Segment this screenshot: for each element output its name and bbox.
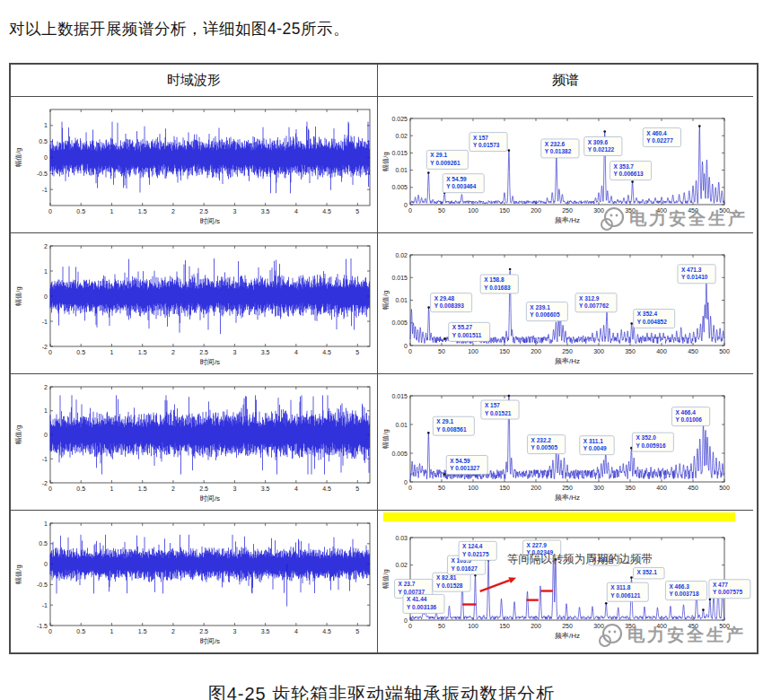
svg-text:0.02: 0.02 bbox=[395, 252, 408, 258]
svg-text:Y 0.02122: Y 0.02122 bbox=[588, 146, 615, 153]
svg-text:400: 400 bbox=[656, 348, 667, 354]
svg-text:X 466.4: X 466.4 bbox=[675, 409, 696, 416]
svg-text:Y 0.009261: Y 0.009261 bbox=[430, 160, 460, 166]
svg-text:Y 0.01627: Y 0.01627 bbox=[451, 565, 478, 572]
svg-text:5: 5 bbox=[355, 628, 359, 634]
svg-text:50: 50 bbox=[438, 485, 445, 491]
svg-text:0.01: 0.01 bbox=[395, 422, 408, 428]
svg-text:-2: -2 bbox=[42, 480, 48, 486]
svg-text:5: 5 bbox=[355, 486, 359, 492]
svg-text:-1.5: -1.5 bbox=[37, 623, 48, 629]
svg-text:1: 1 bbox=[110, 349, 114, 355]
svg-text:X 29.1: X 29.1 bbox=[436, 418, 453, 424]
svg-text:4.5: 4.5 bbox=[322, 486, 331, 492]
svg-text:0: 0 bbox=[408, 207, 412, 214]
svg-text:400: 400 bbox=[656, 485, 667, 491]
svg-text:Y 0.008561: Y 0.008561 bbox=[436, 426, 467, 433]
svg-text:0.005: 0.005 bbox=[391, 184, 408, 190]
spectrum-chart-row4: 05010015020025030035040045050000.010.020… bbox=[378, 521, 753, 652]
svg-text:Y 0.01683: Y 0.01683 bbox=[484, 284, 511, 291]
svg-text:X 352.4: X 352.4 bbox=[637, 311, 658, 317]
svg-text:幅值/g: 幅值/g bbox=[382, 429, 390, 448]
svg-text:450: 450 bbox=[688, 485, 698, 491]
svg-text:X 157: X 157 bbox=[485, 402, 500, 408]
svg-text:1: 1 bbox=[110, 628, 114, 634]
svg-text:Y 0.007575: Y 0.007575 bbox=[713, 589, 743, 595]
svg-text:250: 250 bbox=[562, 485, 573, 491]
svg-text:1.5: 1.5 bbox=[138, 208, 147, 214]
svg-text:300: 300 bbox=[593, 485, 604, 491]
svg-text:Y 0.001327: Y 0.001327 bbox=[450, 465, 480, 471]
cell-row1-spectrum: 05010015020025030035040045050000.0050.01… bbox=[377, 96, 753, 232]
svg-text:X 157: X 157 bbox=[473, 135, 488, 141]
svg-text:X 54.59: X 54.59 bbox=[446, 176, 467, 182]
svg-text:2.5: 2.5 bbox=[199, 349, 208, 355]
svg-text:0: 0 bbox=[44, 154, 48, 161]
svg-text:幅值/g: 幅值/g bbox=[382, 152, 390, 171]
svg-text:时间/s: 时间/s bbox=[200, 217, 220, 225]
svg-text:X 352.0: X 352.0 bbox=[636, 434, 656, 441]
svg-text:3: 3 bbox=[232, 628, 236, 634]
svg-text:Y 0.01382: Y 0.01382 bbox=[545, 148, 572, 154]
svg-text:350: 350 bbox=[625, 623, 636, 629]
svg-text:0: 0 bbox=[408, 348, 412, 354]
svg-text:0: 0 bbox=[48, 349, 52, 355]
svg-text:200: 200 bbox=[531, 623, 541, 629]
svg-text:X 29.1: X 29.1 bbox=[430, 152, 447, 158]
svg-text:0: 0 bbox=[44, 432, 48, 438]
svg-text:X 23.7: X 23.7 bbox=[399, 581, 416, 587]
svg-text:3: 3 bbox=[232, 208, 236, 214]
svg-text:250: 250 bbox=[562, 623, 573, 629]
svg-text:0.005: 0.005 bbox=[391, 451, 408, 457]
svg-text:150: 150 bbox=[499, 348, 510, 354]
svg-text:X 232.2: X 232.2 bbox=[531, 437, 552, 443]
column-header-spectrum: 频谱 bbox=[377, 65, 753, 96]
svg-text:时间/s: 时间/s bbox=[200, 494, 220, 503]
svg-text:Y 0.006613: Y 0.006613 bbox=[614, 171, 645, 177]
svg-text:频率/Hz: 频率/Hz bbox=[555, 632, 580, 640]
svg-text:0.5: 0.5 bbox=[39, 138, 48, 144]
svg-text:500: 500 bbox=[719, 207, 730, 214]
svg-text:Y 0.004852: Y 0.004852 bbox=[637, 319, 668, 325]
column-header-time-domain: 时域波形 bbox=[11, 65, 377, 96]
svg-text:Y 0.01528: Y 0.01528 bbox=[436, 582, 463, 589]
svg-text:0.5: 0.5 bbox=[39, 540, 48, 547]
svg-text:1.5: 1.5 bbox=[138, 628, 147, 634]
svg-text:450: 450 bbox=[688, 623, 698, 629]
svg-text:Y 0.02277: Y 0.02277 bbox=[646, 137, 673, 144]
svg-text:时间/s: 时间/s bbox=[200, 637, 220, 645]
svg-text:X 309.6: X 309.6 bbox=[588, 139, 609, 145]
intro-paragraph: 对以上数据开展频谱分析，详细如图4-25所示。 bbox=[9, 18, 349, 39]
svg-text:X 312.9: X 312.9 bbox=[579, 295, 600, 302]
svg-text:0: 0 bbox=[48, 628, 52, 634]
svg-text:Y 0.003718: Y 0.003718 bbox=[669, 591, 699, 597]
svg-text:3: 3 bbox=[232, 486, 236, 492]
svg-text:100: 100 bbox=[468, 623, 478, 629]
svg-text:X 471.3: X 471.3 bbox=[681, 267, 702, 273]
svg-text:300: 300 bbox=[593, 623, 604, 629]
svg-text:2: 2 bbox=[44, 384, 48, 390]
svg-text:2: 2 bbox=[171, 628, 175, 634]
svg-text:3.5: 3.5 bbox=[261, 628, 270, 634]
svg-text:频率/Hz: 频率/Hz bbox=[555, 494, 580, 502]
svg-text:X 311.1: X 311.1 bbox=[583, 438, 603, 444]
svg-text:0.01: 0.01 bbox=[395, 297, 408, 303]
svg-text:Y 0.006121: Y 0.006121 bbox=[610, 592, 641, 599]
svg-text:-1: -1 bbox=[42, 456, 48, 462]
svg-text:5: 5 bbox=[355, 349, 359, 355]
svg-text:2.5: 2.5 bbox=[199, 486, 208, 492]
cell-row3-spectrum: 05010015020025030035040045050000.0050.01… bbox=[377, 373, 753, 510]
svg-text:300: 300 bbox=[593, 348, 604, 354]
svg-text:400: 400 bbox=[656, 623, 667, 629]
svg-text:等间隔以转频为周期的边频带: 等间隔以转频为周期的边频带 bbox=[507, 553, 653, 565]
svg-text:300: 300 bbox=[593, 207, 604, 214]
svg-text:4: 4 bbox=[294, 208, 298, 214]
svg-text:150: 150 bbox=[499, 623, 510, 629]
svg-text:0.5: 0.5 bbox=[76, 349, 85, 355]
svg-text:450: 450 bbox=[688, 348, 698, 354]
figure-table: 时域波形 频谱 00.511.522.533.544.55-1-0.500.51… bbox=[9, 63, 759, 654]
svg-text:1.5: 1.5 bbox=[138, 349, 147, 355]
svg-text:Y 0.02175: Y 0.02175 bbox=[462, 551, 489, 557]
svg-text:4: 4 bbox=[294, 628, 298, 634]
svg-text:2.5: 2.5 bbox=[199, 208, 208, 214]
